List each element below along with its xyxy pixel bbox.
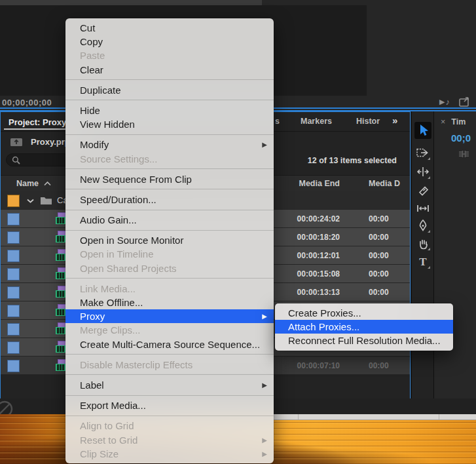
media-end-value: 00:00:12:01	[297, 251, 340, 260]
label-color-blue[interactable]	[7, 286, 20, 299]
razor-tool[interactable]	[414, 182, 431, 199]
menu-item-open-shared-projects: Open Shared Projects	[65, 261, 274, 275]
timeline-tab-label: Tim	[451, 117, 466, 126]
pen-tool[interactable]	[414, 217, 431, 234]
close-icon[interactable]: ×	[441, 117, 445, 126]
media-duration-value: 00:00	[369, 214, 409, 223]
menu-item-copy[interactable]: Copy	[65, 35, 274, 48]
menu-separator	[65, 374, 274, 375]
media-end-value: 00:00:18:20	[297, 233, 340, 242]
menu-item-export-media[interactable]: Export Media...	[65, 398, 274, 412]
selection-status: 12 of 13 items selected	[308, 156, 397, 165]
tab-markers[interactable]: Markers	[301, 117, 332, 126]
search-icon	[12, 156, 20, 164]
label-color-orange[interactable]	[7, 195, 20, 207]
export-frame-icon[interactable]	[459, 96, 471, 107]
media-end-value: 00:00:15:08	[297, 269, 340, 279]
menu-item-label[interactable]: Label▶	[65, 378, 274, 392]
navigate-up-icon	[10, 137, 23, 147]
tools-panel: T	[411, 111, 433, 398]
tab-overflow-chevron-icon[interactable]: »	[392, 115, 397, 126]
label-color-blue[interactable]	[7, 360, 20, 372]
menu-item-paste: Paste	[65, 48, 274, 62]
menu-separator	[65, 168, 274, 169]
label-color-blue[interactable]	[7, 341, 20, 354]
menu-separator	[65, 354, 274, 355]
tab-partial[interactable]: s	[275, 117, 280, 126]
menu-item-make-offline[interactable]: Make Offline...	[65, 296, 274, 309]
snap-icon[interactable]	[459, 149, 469, 159]
proxy-submenu: Create Proxies... Attach Proxies... Reco…	[275, 303, 453, 351]
menu-item-source-settings: Source Settings...	[65, 152, 274, 166]
timeline-timecode: 00;0	[451, 132, 471, 144]
column-name[interactable]: Name	[16, 179, 51, 188]
menu-separator	[65, 79, 274, 80]
media-duration-value: 00:00	[369, 288, 409, 297]
tab-project-label: Project: Proxy	[9, 117, 66, 127]
submenu-arrow-icon: ▶	[262, 378, 267, 392]
premiere-pro-app: 00;00;00;00 ▶♪ Project: Proxy ≡ s Marker…	[0, 0, 476, 464]
menu-item-merge-clips: Merge Clips...	[65, 323, 274, 337]
menu-item-create-multicamera[interactable]: Create Multi-Camera Source Sequence...	[65, 338, 274, 351]
sort-ascending-icon	[44, 182, 51, 186]
submenu-arrow-icon: ▶	[262, 309, 267, 323]
submenu-arrow-icon: ▶	[262, 433, 267, 447]
menu-separator	[65, 395, 274, 396]
monitor-timecode: 00;00;00;00	[2, 98, 52, 107]
submenu-arrow-icon: ▶	[262, 447, 267, 461]
menu-item-cut[interactable]: Cut	[65, 21, 274, 35]
menu-separator	[65, 230, 274, 231]
type-tool[interactable]: T	[414, 253, 431, 270]
menu-separator	[65, 100, 274, 100]
column-media-duration[interactable]: Media D	[369, 179, 409, 188]
play-with-audio-icon[interactable]: ▶♪	[439, 97, 450, 107]
media-duration-value: 00:00	[369, 233, 409, 242]
ripple-edit-tool[interactable]	[414, 163, 431, 180]
menu-separator	[65, 210, 274, 210]
menu-item-modify[interactable]: Modify▶	[65, 138, 274, 151]
monitor-transport: ▶♪	[439, 96, 471, 107]
label-color-blue[interactable]	[7, 213, 20, 225]
menu-separator	[65, 416, 274, 416]
slip-tool[interactable]	[414, 200, 431, 217]
label-color-blue[interactable]	[7, 323, 20, 336]
menu-item-view-hidden[interactable]: View Hidden	[65, 117, 274, 131]
label-color-blue[interactable]	[7, 231, 20, 244]
submenu-arrow-icon: ▶	[262, 138, 267, 151]
hand-tool[interactable]	[414, 235, 431, 252]
tab-timeline[interactable]: × Tim	[441, 117, 466, 126]
tab-history[interactable]: Histor	[356, 117, 380, 126]
media-end-value: 00:00:13:13	[297, 288, 340, 297]
menu-item-open-in-timeline: Open in Timeline	[65, 247, 274, 261]
menu-item-hide[interactable]: Hide	[65, 104, 274, 117]
submenu-item-attach-proxies[interactable]: Attach Proxies...	[275, 320, 453, 334]
menu-item-reset-to-grid: Reset to Grid▶	[65, 433, 274, 447]
menu-item-open-in-source-monitor[interactable]: Open in Source Monitor	[65, 233, 274, 247]
label-color-blue[interactable]	[7, 268, 20, 280]
label-color-blue[interactable]	[7, 250, 20, 262]
submenu-item-create-proxies[interactable]: Create Proxies...	[275, 306, 453, 320]
track-select-forward-tool[interactable]	[414, 144, 431, 161]
selection-tool[interactable]	[414, 122, 431, 139]
timeline-panel: × Tim 00;0	[433, 111, 476, 398]
media-end-value: 00:00:07:10	[297, 361, 340, 370]
menu-item-link-media: Link Media...	[65, 282, 274, 296]
menu-item-clear[interactable]: Clear	[65, 63, 274, 77]
top-strip	[0, 0, 262, 5]
menu-item-proxy[interactable]: Proxy▶	[65, 309, 274, 323]
menu-item-new-sequence-from-clip[interactable]: New Sequence From Clip	[65, 172, 274, 186]
label-color-blue[interactable]	[7, 305, 20, 317]
media-duration-value: 00:00	[369, 361, 409, 370]
menu-separator	[65, 278, 274, 279]
expand-chevron-icon[interactable]	[27, 199, 34, 203]
menu-item-audio-gain[interactable]: Audio Gain...	[65, 213, 274, 227]
menu-separator	[65, 134, 274, 135]
context-menu: Cut Copy Paste Clear Duplicate Hide View…	[65, 18, 274, 463]
submenu-item-reconnect-full-resolution[interactable]: Reconnect Full Resolution Media...	[275, 334, 453, 347]
media-duration-value: 00:00	[369, 251, 409, 260]
menu-item-duplicate[interactable]: Duplicate	[65, 83, 274, 97]
menu-separator	[65, 189, 274, 189]
menu-item-clip-size: Clip Size▶	[65, 447, 274, 461]
column-media-end[interactable]: Media End	[299, 179, 340, 188]
menu-item-speed-duration[interactable]: Speed/Duration...	[65, 193, 274, 206]
